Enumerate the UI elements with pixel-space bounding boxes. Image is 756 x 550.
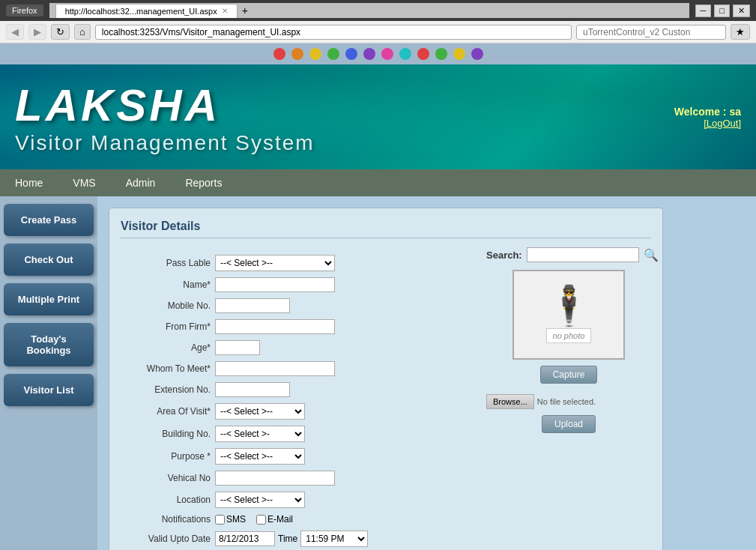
time-select[interactable]: 11:59 PM — [300, 531, 368, 547]
create-pass-button[interactable]: Create Pass — [4, 204, 94, 236]
titlebar-left: Firefox — [6, 4, 43, 16]
browser-search[interactable] — [576, 25, 726, 40]
whom-meet-label: Whom To Meet* — [121, 363, 211, 374]
name-input[interactable] — [215, 277, 335, 292]
ball-red — [273, 48, 285, 60]
close-button[interactable]: ✕ — [733, 4, 750, 17]
sidebar: Create Pass Check Out Multiple Print Tod… — [0, 196, 97, 550]
extension-row: Extension No. — [121, 382, 471, 397]
form-left: Pass Lable --< Select >-- Name* Mobile N… — [121, 247, 471, 550]
sms-checkbox[interactable] — [215, 515, 225, 525]
no-photo-text: no photo — [546, 328, 592, 343]
new-tab-button[interactable]: + — [238, 3, 252, 18]
minimize-button[interactable]: ─ — [695, 4, 712, 17]
extension-label: Extension No. — [121, 384, 211, 395]
check-out-button[interactable]: Check Out — [4, 244, 94, 276]
main-content: Visitor Details Pass Lable --< Select >-… — [97, 196, 756, 550]
valid-date-input[interactable] — [215, 531, 275, 546]
search-button[interactable]: 🔍 — [644, 248, 659, 262]
main-layout: Create Pass Check Out Multiple Print Tod… — [0, 196, 756, 550]
main-nav: Home VMS Admin Reports — [0, 169, 756, 196]
app-header: LAKSHA Visitor Management System Welcome… — [0, 64, 756, 169]
bookmark-button[interactable]: ★ — [731, 24, 750, 40]
search-label: Search: — [486, 250, 522, 261]
nav-home[interactable]: Home — [0, 169, 58, 196]
building-select[interactable]: --< Select >- — [215, 426, 305, 442]
form-panel: Visitor Details Pass Lable --< Select >-… — [109, 208, 663, 550]
ball-yellow2 — [453, 48, 465, 60]
search-input[interactable] — [527, 247, 639, 262]
home-button[interactable]: ⌂ — [74, 24, 91, 40]
app-title-main: LAKSHA — [15, 79, 315, 131]
browser-titlebar: Firefox http://localhost:32...management… — [0, 0, 756, 21]
firefox-button[interactable]: Firefox — [6, 4, 43, 16]
file-input-row: Browse... No file selected. — [486, 394, 651, 409]
email-checkbox[interactable] — [256, 515, 266, 525]
name-label: Name* — [121, 279, 211, 290]
reload-button[interactable]: ↻ — [51, 24, 70, 40]
tab-label: http://localhost:32...management_UI.aspx — [65, 7, 217, 16]
area-visit-row: Area Of Visit* --< Select >-- — [121, 403, 471, 420]
ball-red2 — [417, 48, 429, 60]
location-select[interactable]: --< Select >-- — [215, 492, 305, 508]
ball-yellow — [309, 48, 321, 60]
from-firm-label: From Firm* — [121, 321, 211, 332]
pass-label-row: Pass Lable --< Select >-- — [121, 255, 471, 271]
mobile-label: Mobile No. — [121, 300, 211, 311]
ball-pink — [381, 48, 393, 60]
age-label: Age* — [121, 342, 211, 353]
ball-orange — [291, 48, 303, 60]
area-visit-label: Area Of Visit* — [121, 406, 211, 417]
mobile-row: Mobile No. — [121, 298, 471, 313]
extension-input[interactable] — [215, 382, 290, 397]
area-visit-select[interactable]: --< Select >-- — [215, 403, 305, 420]
ball-purple2 — [471, 48, 483, 60]
file-label: No file selected. — [537, 397, 596, 406]
welcome-text: Welcome : sa — [674, 106, 741, 118]
capture-row: Capture — [486, 366, 651, 390]
form-right: Search: 🔍 🕴 no photo — [486, 247, 651, 550]
building-row: Building No. --< Select >- — [121, 426, 471, 442]
logout-link[interactable]: [LogOut] — [674, 118, 741, 129]
browser-chrome: Firefox http://localhost:32...management… — [0, 0, 756, 43]
datetime-row: Time 11:59 PM — [215, 531, 368, 547]
todays-bookings-button[interactable]: Today's Bookings — [4, 323, 94, 366]
ball-purple — [363, 48, 375, 60]
app-title: LAKSHA Visitor Management System — [15, 79, 315, 155]
sms-label: SMS — [215, 514, 246, 525]
decorative-strip — [0, 43, 756, 64]
maximize-button[interactable]: □ — [714, 4, 730, 17]
valid-upto-label: Valid Upto Date — [121, 534, 211, 544]
window-controls: ─ □ ✕ — [695, 4, 750, 17]
person-icon: 🕴 — [545, 286, 593, 325]
name-row: Name* — [121, 277, 471, 292]
forward-button[interactable]: ▶ — [28, 24, 46, 40]
nav-admin[interactable]: Admin — [111, 169, 171, 196]
upload-button[interactable]: Upload — [542, 415, 596, 433]
time-label-static: Time — [278, 534, 297, 544]
age-input[interactable] — [215, 340, 260, 355]
purpose-select[interactable]: --< Select >-- — [215, 448, 305, 465]
active-tab[interactable]: http://localhost:32...management_UI.aspx… — [55, 4, 238, 18]
sms-text: SMS — [226, 514, 246, 525]
multiple-print-button[interactable]: Multiple Print — [4, 283, 94, 315]
whom-meet-input[interactable] — [215, 361, 335, 376]
vehical-input[interactable] — [215, 471, 335, 486]
form-title: Visitor Details — [121, 220, 651, 238]
vehical-label: Vehical No — [121, 473, 211, 483]
visitor-list-button[interactable]: Visitor List — [4, 374, 94, 406]
mobile-input[interactable] — [215, 298, 290, 313]
capture-button[interactable]: Capture — [540, 366, 598, 384]
tab-close-icon[interactable]: ✕ — [222, 7, 228, 15]
from-firm-input[interactable] — [215, 319, 335, 334]
nav-vms[interactable]: VMS — [58, 169, 110, 196]
browse-button[interactable]: Browse... — [486, 394, 534, 409]
from-firm-row: From Firm* — [121, 319, 471, 334]
address-bar[interactable] — [95, 25, 572, 40]
pass-label-select[interactable]: --< Select >-- — [215, 255, 335, 271]
email-label: E-Mail — [256, 514, 293, 525]
search-row: Search: 🔍 — [486, 247, 651, 262]
back-button[interactable]: ◀ — [6, 24, 24, 40]
no-photo-figure: 🕴 no photo — [545, 286, 593, 343]
nav-reports[interactable]: Reports — [170, 169, 237, 196]
